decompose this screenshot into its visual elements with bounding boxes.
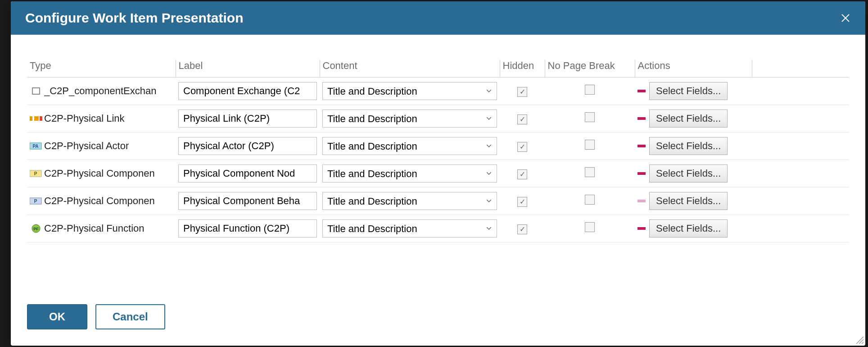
content-select[interactable]: Title and Description: [322, 192, 497, 210]
type-cell: PC2P-Physical Componen: [30, 195, 173, 207]
close-icon[interactable]: [840, 13, 851, 23]
hidden-checkbox[interactable]: [517, 224, 527, 234]
spacer-cell: [752, 132, 849, 160]
hidden-checkbox[interactable]: [517, 87, 527, 97]
content-select[interactable]: Title and Description: [322, 219, 497, 237]
no-page-break-checkbox[interactable]: [585, 222, 595, 232]
table-row: _C2P_componentExchanTitle and Descriptio…: [27, 78, 849, 105]
no-page-break-checkbox[interactable]: [585, 85, 595, 95]
spacer-cell: [752, 187, 849, 215]
dialog-body: Type Label Content Hidden No Page Break …: [11, 35, 865, 293]
spacer-cell: [752, 215, 849, 242]
table-row: PC2P-Physical ComponenTitle and Descript…: [27, 160, 849, 187]
configure-dialog: Configure Work Item Presentation Type La…: [11, 1, 865, 346]
svg-text:PA: PA: [32, 144, 38, 149]
remove-icon[interactable]: [637, 200, 646, 202]
remove-icon[interactable]: [637, 227, 646, 230]
label-input[interactable]: [178, 110, 317, 128]
select-fields-button[interactable]: Select Fields...: [649, 137, 728, 155]
label-input[interactable]: [178, 137, 317, 155]
physical-function-icon: PF: [30, 224, 42, 233]
resize-grip[interactable]: [854, 335, 863, 344]
select-fields-button[interactable]: Select Fields...: [649, 192, 728, 210]
type-name: C2P-Physical Function: [44, 223, 145, 234]
svg-text:P: P: [34, 199, 37, 204]
no-page-break-checkbox[interactable]: [585, 195, 595, 205]
type-name: C2P-Physical Link: [44, 113, 125, 124]
content-select[interactable]: Title and Description: [322, 110, 497, 128]
label-input[interactable]: [178, 82, 317, 100]
table-row: PAC2P-Physical ActorTitle and Descriptio…: [27, 132, 849, 160]
hidden-checkbox[interactable]: [517, 142, 527, 152]
table-row: PFC2P-Physical FunctionTitle and Descrip…: [27, 215, 849, 242]
type-cell: PFC2P-Physical Function: [30, 223, 173, 234]
svg-line-16: [862, 342, 863, 344]
type-name: C2P-Physical Componen: [44, 195, 155, 207]
dialog-header: Configure Work Item Presentation: [11, 1, 865, 35]
svg-rect-5: [40, 116, 42, 121]
svg-rect-4: [34, 116, 39, 121]
col-header-type: Type: [27, 60, 176, 78]
hidden-checkbox[interactable]: [517, 114, 527, 124]
label-input[interactable]: [178, 164, 317, 183]
col-header-hidden: Hidden: [500, 60, 545, 78]
select-fields-button[interactable]: Select Fields...: [649, 164, 728, 183]
dialog-footer: OK Cancel: [11, 293, 865, 346]
label-input[interactable]: [178, 219, 317, 237]
type-cell: _C2P_componentExchan: [30, 85, 173, 97]
spacer-cell: [752, 78, 849, 105]
physical-behavior-icon: P: [30, 196, 42, 205]
type-name: C2P-Physical Actor: [44, 140, 129, 152]
svg-rect-3: [30, 116, 32, 121]
no-page-break-checkbox[interactable]: [585, 167, 595, 177]
select-fields-button[interactable]: Select Fields...: [649, 110, 728, 128]
table-row: PC2P-Physical ComponenTitle and Descript…: [27, 187, 849, 215]
spacer-cell: [752, 105, 849, 132]
ok-button[interactable]: OK: [27, 304, 87, 329]
remove-icon[interactable]: [637, 117, 646, 120]
table-row: C2P-Physical LinkTitle and DescriptionSe…: [27, 105, 849, 132]
remove-icon[interactable]: [637, 90, 646, 92]
select-fields-button[interactable]: Select Fields...: [649, 219, 728, 237]
col-header-spacer: [752, 60, 849, 78]
label-input[interactable]: [178, 192, 317, 210]
select-fields-button[interactable]: Select Fields...: [649, 82, 728, 100]
actions-cell: Select Fields...: [637, 164, 749, 183]
actions-cell: Select Fields...: [637, 82, 749, 100]
svg-text:PF: PF: [33, 227, 39, 231]
physical-link-icon: [30, 114, 42, 123]
content-select[interactable]: Title and Description: [322, 164, 497, 183]
type-name: _C2P_componentExchan: [44, 85, 157, 97]
config-table: Type Label Content Hidden No Page Break …: [27, 60, 849, 242]
type-cell: C2P-Physical Link: [30, 113, 173, 124]
cancel-button[interactable]: Cancel: [95, 304, 165, 329]
physical-node-icon: P: [30, 169, 42, 178]
type-name: C2P-Physical Componen: [44, 168, 155, 179]
spacer-cell: [752, 160, 849, 187]
col-header-content: Content: [320, 60, 500, 78]
physical-actor-icon: PA: [30, 142, 42, 151]
content-select[interactable]: Title and Description: [322, 137, 497, 155]
hidden-checkbox[interactable]: [517, 197, 527, 207]
dialog-title: Configure Work Item Presentation: [25, 10, 244, 26]
col-header-label: Label: [176, 60, 320, 78]
hidden-checkbox[interactable]: [517, 169, 527, 179]
table-header-row: Type Label Content Hidden No Page Break …: [27, 60, 849, 78]
col-header-nopagebreak: No Page Break: [545, 60, 635, 78]
svg-text:P: P: [34, 171, 37, 176]
remove-icon[interactable]: [637, 172, 646, 175]
type-cell: PAC2P-Physical Actor: [30, 140, 173, 152]
actions-cell: Select Fields...: [637, 137, 749, 155]
no-page-break-checkbox[interactable]: [585, 140, 595, 150]
remove-icon[interactable]: [637, 145, 646, 147]
actions-cell: Select Fields...: [637, 192, 749, 210]
type-cell: PC2P-Physical Componen: [30, 168, 173, 179]
svg-rect-2: [32, 88, 40, 94]
col-header-actions: Actions: [635, 60, 752, 78]
no-page-break-checkbox[interactable]: [585, 112, 595, 122]
content-select[interactable]: Title and Description: [322, 82, 497, 100]
actions-cell: Select Fields...: [637, 110, 749, 128]
actions-cell: Select Fields...: [637, 219, 749, 237]
box-icon: [30, 87, 42, 96]
